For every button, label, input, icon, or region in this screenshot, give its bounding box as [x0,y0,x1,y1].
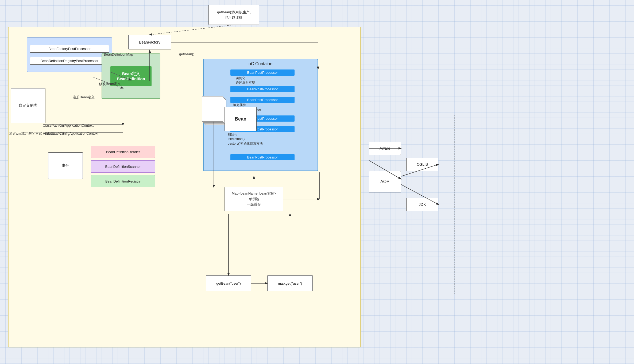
context-line-2: AnnotationConfigApplicationContext [43,131,98,135]
bean-factory-label: BeanFactory [139,40,160,44]
aop-box: AOP [369,171,401,192]
diagram-canvas: getBean()既可以生产, 也可以读取 BeanFactory BeanFa… [0,0,634,364]
modify-bean-label: 修改Bean定义 [99,82,121,86]
bdmap-label: BeanDefinitionMap [104,52,133,56]
bd-inner-line2: BeanDefinition [117,76,145,81]
bean-box: Bean [225,107,257,131]
aware-label: Aware [380,146,390,150]
reader-label-0: BeanDefinitionReader [106,150,140,154]
singleton-line1: Map<beanName, bean实例> [232,191,276,196]
aop-label: AOP [380,179,389,184]
cglib-label: CGLIB [417,162,428,166]
bpp-note-2: 初始化initMethod(),destory()初始化结束方法 [228,132,263,146]
reader-box-0: BeanDefinitionReader [91,146,155,158]
bfpp-area: BeanFactoryPostProcessor BeanDefinitionR… [27,37,112,72]
getbean-user-label: getBean("user") [216,281,241,285]
callout-box: getBean()既可以生产, 也可以读取 [208,5,259,25]
aware-box: Aware [369,142,401,155]
singleton-line3: 一级缓存 [247,202,261,207]
bpp-box-5: BeanPostProcessor [230,154,295,160]
singleton-pool-box: Map<beanName, bean实例> 单例池 一级缓存 [225,187,283,211]
bpp-box-2: BeanPostProcessor [230,97,295,103]
mapget-user-label: map.get("user") [278,281,302,285]
reader-box-2: BeanDefinitionRegistry [91,175,155,187]
getbean-user-box: getBean("user") [206,275,251,291]
bpp-note-0: 实例化通过反射实现 [236,76,255,85]
mapget-user-box: map.get("user") [267,275,313,291]
callout-text: getBean()既可以生产, 也可以读取 [217,10,251,20]
event-label: 事件 [62,163,69,168]
page-0 [202,96,223,122]
jdk-box: JDK [406,198,438,211]
singleton-line2: 单例池 [249,196,259,202]
custom-class-label: 自定义的类 [19,103,37,108]
getbean-label: getBean() [179,52,194,56]
cglib-box: CGLIB [406,158,438,171]
bd-inner-line1: Bean定义 [117,71,145,76]
event-box: 事件 [48,152,83,179]
ioc-container-label: IoC Container [248,61,274,66]
bpp-box-1: BeanPostProcessor [230,86,295,92]
custom-class-box: 自定义的类 [11,88,45,123]
bfpp-item-1: BeanFactoryPostProcessor [30,45,109,53]
reader-box-1: BeanDefinitionScanner [91,160,155,173]
context-line-1: ClassPathXmlApplicationContext [43,123,94,127]
bdmap-area: Bean定义 BeanDefinition [102,53,160,99]
reader-label-1: BeanDefinitionScanner [105,165,141,169]
bean-factory-box: BeanFactory [128,35,171,49]
bfpp-item-2: BeanDefinitionRegistryPostProcessor [30,57,109,65]
reader-label-2: BeanDefinitionRegistry [105,179,141,183]
bean-label: Bean [235,116,246,122]
jdk-label: JDK [419,202,426,207]
bpp-box-0: BeanPostProcessor [230,69,295,76]
register-bean-label: 注册Bean定义 [73,95,95,100]
